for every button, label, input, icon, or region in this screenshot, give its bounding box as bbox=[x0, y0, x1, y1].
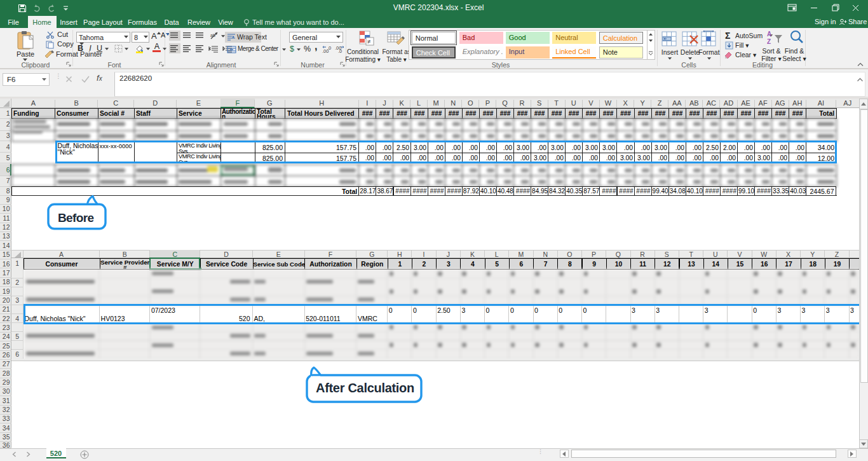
svg-text:≠: ≠ bbox=[367, 38, 371, 45]
svg-text:A: A bbox=[767, 31, 771, 38]
svg-text:ab: ab bbox=[210, 33, 215, 38]
svg-text:Before: Before bbox=[58, 211, 94, 224]
svg-text:Z: Z bbox=[767, 38, 771, 45]
svg-text:.0: .0 bbox=[327, 45, 331, 51]
svg-text:After Calculation: After Calculation bbox=[316, 381, 414, 395]
